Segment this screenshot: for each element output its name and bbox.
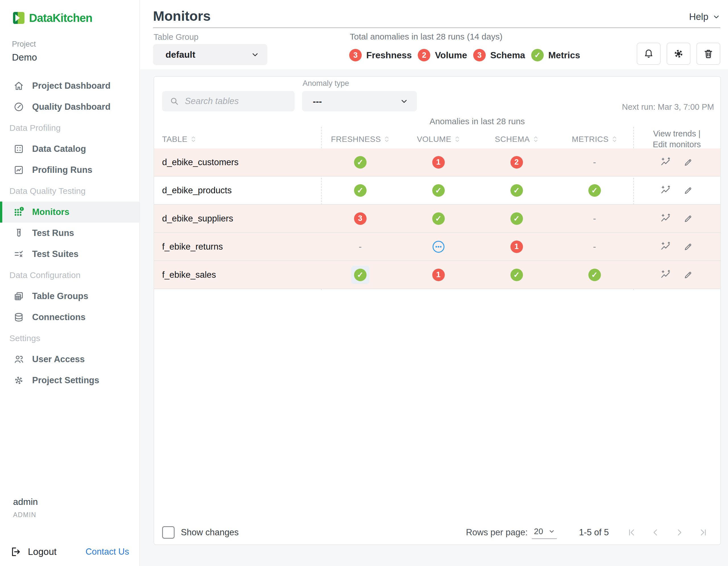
anomaly-count-badge[interactable]: 1 [432,269,445,281]
database-icon [13,312,24,323]
sidebar-item-table-groups[interactable]: Table Groups [0,286,139,307]
table-groups-icon [13,291,24,301]
actions-cell [633,270,720,280]
table-group-select[interactable]: default [153,44,267,65]
sidebar-item-label: Monitors [32,207,69,217]
volume-cell [399,240,477,253]
view-trends-icon[interactable] [660,241,671,252]
ok-check-badge-icon[interactable] [354,269,367,281]
column-header-table[interactable]: TABLE [154,135,321,144]
column-header-freshness[interactable]: FRESHNESS [321,135,399,144]
edit-monitor-icon[interactable] [683,185,693,196]
running-indicator-icon[interactable] [432,240,445,253]
anomaly-count-badge[interactable]: 1 [510,241,523,253]
table-footer: Show changes Rows per page: 20 1-5 of 5 [154,520,720,544]
anomalies-caption: Anomalies in last 28 runs [321,117,633,126]
sidebar-item-data-catalog[interactable]: Data Catalog [0,139,139,160]
sidebar-item-profiling-runs[interactable]: Profiling Runs [0,160,139,181]
view-trends-icon[interactable] [660,157,671,168]
contact-us-link[interactable]: Contact Us [86,547,129,557]
sidebar-item-label: Project Settings [32,375,99,385]
summary-label: Volume [435,50,467,61]
edit-monitor-icon[interactable] [683,214,693,224]
sidebar-item-connections[interactable]: Connections [0,307,139,328]
freshness-cell: 3 [321,212,399,225]
brand-name: DataKitchen [29,12,92,24]
column-header-schema[interactable]: SCHEMA [477,135,556,144]
sidebar-item-monitors[interactable]: Monitors [0,202,139,223]
ok-check-badge-icon[interactable] [510,184,523,197]
first-page-icon[interactable] [627,528,636,537]
schema-cell [477,212,556,225]
anomaly-summary-title: Total anomalies in last 28 runs (14 days… [349,32,580,42]
sidebar-item-project-dashboard[interactable]: Project Dashboard [0,75,139,96]
table-row[interactable]: f_ebike_returns - 1 - [154,233,720,261]
rows-per-page-select[interactable]: 20 [532,526,557,539]
ok-check-badge-icon[interactable] [588,269,601,281]
sort-icon [612,135,617,143]
table-body: d_ebike_customers 1 2 - d_ebike_products [154,148,720,289]
table-row[interactable]: d_ebike_suppliers 3 - [154,205,720,233]
next-page-icon[interactable] [675,528,684,537]
error-count-badge: 3 [349,49,362,61]
view-trends-icon[interactable] [660,270,671,280]
toolbar [637,43,720,65]
ok-check-badge-icon[interactable] [354,184,367,197]
project-name: Demo [12,52,139,63]
prev-page-icon[interactable] [651,528,660,537]
sidebar-item-test-suites[interactable]: Test Suites [0,244,139,265]
ok-check-badge-icon [531,49,544,61]
notifications-button[interactable] [637,43,661,65]
logout-button[interactable]: Logout [10,546,57,557]
anomaly-type-select[interactable]: --- [302,91,417,112]
edit-monitor-icon[interactable] [683,242,693,252]
brand-logo[interactable]: DataKitchen [0,0,139,24]
anomaly-count-badge[interactable]: 3 [354,212,367,225]
last-page-icon[interactable] [699,528,708,537]
search-box[interactable] [162,91,295,112]
controls-row: Table Group default Total anomalies in l… [153,31,720,69]
metrics-cell: - [556,213,633,224]
delete-button[interactable] [696,43,720,65]
search-input[interactable] [184,96,288,107]
logout-icon [10,546,21,557]
project-label: Project [12,40,139,49]
settings-button[interactable] [667,43,690,65]
ok-check-badge-icon[interactable] [354,156,367,169]
sidebar-section-data-quality-testing: Data Quality Testing [0,181,139,202]
checkbox-icon[interactable] [162,526,175,539]
view-trends-icon[interactable] [660,213,671,224]
table-row[interactable]: d_ebike_products [154,177,720,205]
view-trends-icon[interactable] [660,185,671,196]
ok-check-badge-icon[interactable] [432,212,445,225]
table-name: d_ebike_customers [154,157,321,168]
ok-check-badge-icon[interactable] [510,269,523,281]
ok-check-badge-icon[interactable] [510,212,523,225]
summary-volume: 2 Volume [418,49,467,61]
column-header-volume[interactable]: VOLUME [399,135,477,144]
anomaly-count-badge[interactable]: 2 [510,156,523,169]
sidebar-item-quality-dashboard[interactable]: Quality Dashboard [0,96,139,117]
table-row[interactable]: f_ebike_sales 1 [154,261,720,289]
ok-check-badge-icon[interactable] [432,184,445,197]
sort-icon [191,135,196,143]
sidebar-item-label: Test Suites [32,249,78,259]
ok-check-badge-icon[interactable] [588,184,601,197]
sidebar-item-test-runs[interactable]: Test Runs [0,223,139,244]
sort-icon [533,135,538,143]
sidebar-item-project-settings[interactable]: Project Settings [0,370,139,391]
sidebar-item-label: Profiling Runs [32,165,92,175]
table-name: f_ebike_sales [154,270,321,280]
show-changes-toggle[interactable]: Show changes [162,526,239,539]
table-row[interactable]: d_ebike_customers 1 2 - [154,148,720,177]
anomaly-count-badge[interactable]: 1 [432,156,445,169]
sidebar-item-user-access[interactable]: User Access [0,349,139,370]
column-header-metrics[interactable]: METRICS [556,135,633,144]
chevron-down-icon [712,13,720,21]
home-icon [13,80,24,91]
help-menu[interactable]: Help [689,11,720,27]
schema-cell: 1 [477,241,556,253]
edit-monitor-icon[interactable] [683,270,693,280]
edit-monitor-icon[interactable] [683,157,693,168]
error-count-badge: 3 [473,49,486,61]
